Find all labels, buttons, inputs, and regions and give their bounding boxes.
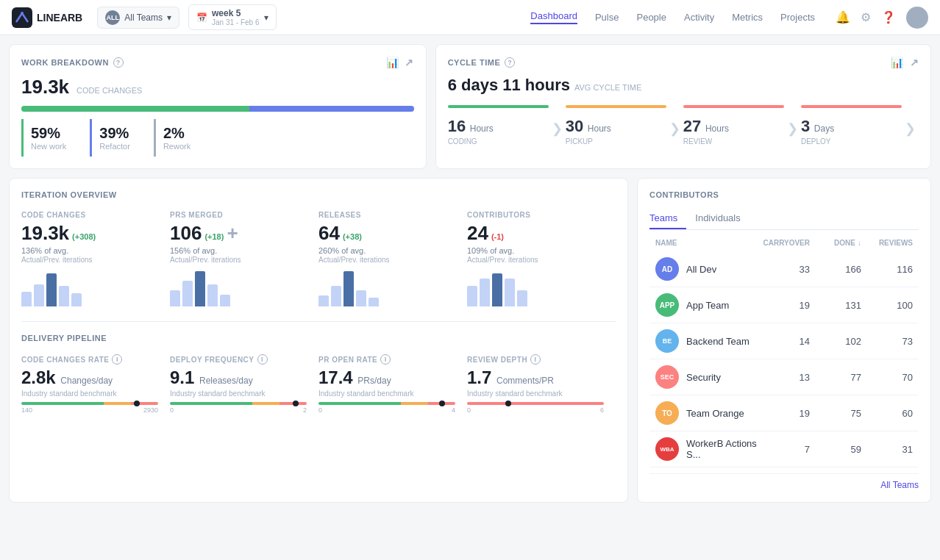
review-stage: 27 Hours REVIEW [683, 105, 784, 146]
pickup-unit: Hours [588, 123, 611, 134]
delivery-deploy-indicator [293, 401, 299, 406]
coding-bar [448, 105, 549, 108]
delivery-code-unit: Changes/day [60, 376, 113, 386]
cont-bar-4 [505, 279, 515, 306]
delivery-pr-info-icon[interactable]: i [380, 354, 391, 365]
prs-bar-1 [170, 290, 180, 306]
work-breakdown-info-icon[interactable]: ? [113, 57, 124, 68]
iter-releases-link[interactable]: Actual/Prev. iterations [318, 256, 455, 264]
svg-rect-0 [12, 7, 32, 28]
header-name: NAME [655, 239, 758, 247]
delivery-deploy-freq: DEPLOY FREQUENCY i 9.1 Releases/day Indu… [170, 354, 318, 414]
list-item: APP App Team 19 131 100 [649, 287, 919, 323]
iter-releases-bars [318, 270, 455, 306]
team-avatar-appteam: APP [655, 293, 679, 317]
iter-code-pct: 136% of avg. [21, 246, 158, 255]
iter-contributors-label: CONTRIBUTORS [467, 211, 604, 219]
tab-teams[interactable]: Teams [649, 208, 686, 229]
delivery-code-bench: Industry standard benchmark [21, 390, 158, 398]
bar-chart-icon[interactable]: 📊 [386, 57, 399, 68]
week-selector[interactable]: 📅 week 5 Jan 31 - Feb 6 ▾ [188, 4, 276, 30]
iter-prs-label: PRS MERGED [170, 211, 307, 219]
deploy-bar [801, 105, 902, 108]
delivery-deploy-min: 0 [170, 406, 174, 414]
nav-pulse[interactable]: Pulse [595, 12, 619, 23]
team-done-backend: 102 [810, 336, 861, 347]
review-num-row: 27 Hours [683, 117, 784, 136]
top-row: WORK BREAKDOWN ? 📊 ↗ 19.3k CODE CHANGES … [9, 44, 931, 169]
deploy-stage: 3 Days DEPLOY [801, 105, 902, 146]
bell-icon[interactable]: 🔔 [836, 10, 850, 24]
iter-prs-add[interactable]: + [227, 222, 238, 245]
iter-code-badge: (+308) [72, 232, 96, 241]
header-carryover: CARRYOVER [758, 239, 810, 247]
cycle-time-info-icon[interactable]: ? [505, 57, 515, 68]
cycle-stages: 16 Hours CODING ❯ 30 Hours PICKUP ❯ [448, 105, 919, 146]
pickup-num-row: 30 Hours [566, 117, 666, 136]
bar-4 [59, 286, 69, 306]
delivery-review-info-icon[interactable]: i [530, 354, 541, 365]
nav-dashboard[interactable]: Dashboard [530, 10, 577, 24]
prs-bar-5 [220, 295, 230, 306]
delivery-review-bar-container [467, 402, 604, 405]
team-avatar-workerb: WBA [655, 437, 679, 461]
iter-code-num: 19.3k [21, 222, 69, 245]
iter-contributors-link[interactable]: Actual/Prev. iterations [467, 256, 604, 264]
bar-1 [21, 292, 32, 306]
delivery-code-info-icon[interactable]: i [112, 354, 122, 365]
iter-releases-value-row: 64 (+38) [318, 222, 455, 245]
delivery-code-value-row: 2.8k Changes/day [21, 367, 158, 388]
delivery-deploy-info-icon[interactable]: i [257, 354, 268, 365]
cycle-expand-icon[interactable]: ↗ [910, 57, 919, 68]
delivery-review-min: 0 [467, 406, 471, 414]
list-item: BE Backend Team 14 102 73 [649, 323, 919, 359]
iter-code-link[interactable]: Actual/Prev. iterations [21, 256, 158, 264]
cycle-sub: AVG CYCLE TIME [574, 83, 641, 92]
delivery-review-value-row: 1.7 Comments/PR [467, 367, 604, 388]
delivery-review-unit: Comments/PR [496, 376, 554, 386]
help-icon[interactable]: ❓ [881, 10, 896, 24]
delivery-pr-indicator [439, 401, 445, 406]
team-avatar-backend: BE [655, 329, 679, 353]
svg-point-1 [21, 12, 24, 15]
deploy-unit: Days [814, 123, 834, 134]
refactor-label: Refactor [99, 142, 130, 151]
tab-individuals[interactable]: Individuals [686, 208, 749, 229]
nav-projects[interactable]: Projects [780, 12, 815, 23]
chevron-down-icon: ▾ [167, 12, 171, 23]
team-done-appteam: 131 [810, 300, 861, 311]
nav-icons: 🔔 ⚙ ❓ [836, 7, 928, 29]
all-teams-link[interactable]: All Teams [649, 473, 919, 490]
refactor-metric: 39% Refactor [90, 119, 142, 157]
delivery-review-bar [467, 402, 604, 405]
delivery-code-rate: CODE CHANGES RATE i 2.8k Changes/day Ind… [21, 354, 170, 414]
user-avatar[interactable] [906, 7, 928, 29]
cycle-bar-chart-icon[interactable]: 📊 [891, 57, 904, 68]
delivery-code-value: 2.8k [21, 367, 56, 387]
nav-metrics[interactable]: Metrics [732, 12, 763, 23]
pickup-bar [566, 105, 666, 108]
prs-bar-3 [195, 271, 205, 306]
team-carryover-orange: 19 [758, 408, 810, 419]
pickup-stage: 30 Hours PICKUP [566, 105, 666, 146]
iter-prs-link[interactable]: Actual/Prev. iterations [170, 256, 307, 264]
expand-icon[interactable]: ↗ [405, 57, 414, 68]
nav-people[interactable]: People [636, 12, 666, 23]
gear-icon[interactable]: ⚙ [861, 10, 871, 24]
iter-code-label: CODE CHANGES [21, 211, 158, 219]
team-name-alldev: All Dev [686, 264, 758, 275]
card-title-actions: 📊 ↗ [386, 57, 414, 68]
header-done[interactable]: DONE ↓ [810, 239, 861, 247]
contributors-tabs: Teams Individuals [649, 208, 919, 230]
rework-pct: 2% [163, 125, 191, 142]
delivery-code-bar-container [21, 402, 158, 405]
bar-2 [34, 284, 44, 306]
code-changes-label: CODE CHANGES [76, 86, 142, 95]
logo-text: LINEARB [37, 12, 82, 24]
delivery-review-value: 1.7 [467, 367, 491, 387]
pickup-label: PICKUP [566, 137, 666, 146]
new-work-metric: 59% New work [21, 119, 78, 157]
nav-activity[interactable]: Activity [684, 12, 714, 23]
iter-releases-num: 64 [318, 222, 340, 245]
team-selector[interactable]: ALL All Teams ▾ [97, 7, 179, 29]
